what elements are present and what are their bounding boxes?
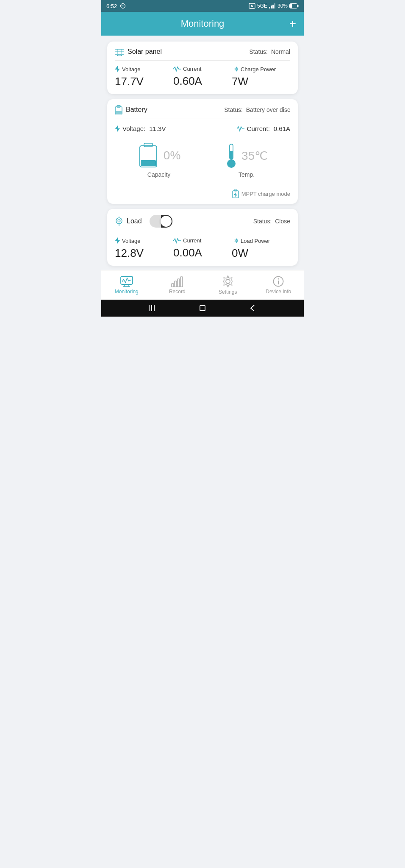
header-title: Monitoring <box>181 18 225 29</box>
solar-current-label: Current <box>173 66 201 72</box>
nav-settings[interactable]: Settings <box>202 270 253 300</box>
main-content: Solar panel Status: Normal Voltage 17.7V <box>101 36 304 270</box>
svg-rect-27 <box>141 160 156 166</box>
solar-title-row: Solar panel <box>115 47 162 56</box>
network-type: 5GE <box>257 3 267 9</box>
svg-marker-24 <box>115 125 120 132</box>
battery-stats-row: Voltage: 11.3V Current: 0.61A <box>107 119 298 136</box>
solar-voltage-label: Voltage <box>115 66 140 72</box>
load-voltage-label: Voltage <box>115 237 140 244</box>
solar-metrics: Voltage 17.7V Current 0.60A <box>107 61 298 94</box>
solar-power-label: Charge Power <box>232 66 276 72</box>
battery-card-header: Battery Status: Battery over disc <box>107 99 298 119</box>
settings-nav-label: Settings <box>219 289 237 295</box>
svg-rect-55 <box>200 306 205 311</box>
svg-marker-39 <box>115 237 120 244</box>
load-icon <box>115 217 123 226</box>
svg-rect-7 <box>271 6 272 8</box>
current-icon <box>173 66 181 72</box>
load-current-label: Current <box>173 237 201 244</box>
solar-current-value: 0.60A <box>173 75 202 88</box>
charge-mode-icon <box>232 189 239 198</box>
svg-point-3 <box>124 6 125 6</box>
recent-apps-icon[interactable] <box>147 303 156 314</box>
svg-rect-6 <box>269 7 270 8</box>
load-toggle[interactable] <box>150 215 172 228</box>
solar-status: Status: Normal <box>249 48 290 55</box>
svg-rect-30 <box>230 151 233 159</box>
solar-voltage-value: 17.7V <box>115 75 144 88</box>
svg-marker-20 <box>115 66 120 72</box>
load-metrics: Voltage 12.8V Current 0.00A <box>107 232 298 266</box>
svg-point-2 <box>122 6 123 6</box>
solar-voltage-item: Voltage 17.7V <box>115 66 173 88</box>
system-nav-bar <box>101 300 304 317</box>
temp-value: 35℃ <box>241 149 268 163</box>
monitoring-nav-label: Monitoring <box>115 289 139 295</box>
battery-title: Battery <box>126 106 147 114</box>
battery-current-icon <box>237 126 244 132</box>
home-icon[interactable] <box>198 303 207 313</box>
bottom-nav: Monitoring Record Settings Device Info <box>101 270 304 300</box>
svg-rect-11 <box>297 5 299 7</box>
svg-text:N: N <box>251 5 253 8</box>
svg-rect-23 <box>116 111 122 114</box>
settings-nav-icon <box>222 275 234 287</box>
svg-rect-9 <box>274 3 275 8</box>
battery-title-row: Battery <box>115 105 147 114</box>
device-info-nav-label: Device Info <box>266 289 291 295</box>
solar-power-value: 7W <box>232 75 248 88</box>
message-icon <box>119 3 127 8</box>
charge-mode-text: MPPT charge mode <box>241 191 290 197</box>
capacity-item: 0% Capacity <box>137 142 180 178</box>
load-current-icon <box>173 238 181 244</box>
battery-visual-row: 0% Capacity 35℃ Temp. <box>107 136 298 182</box>
load-voltage-icon <box>115 237 120 244</box>
svg-rect-44 <box>172 284 174 287</box>
toggle-knob <box>161 216 172 227</box>
record-nav-icon <box>171 276 183 287</box>
load-power-icon <box>232 237 239 244</box>
svg-rect-47 <box>180 277 183 287</box>
solar-card-header: Solar panel Status: Normal <box>107 42 298 60</box>
temp-label: Temp. <box>239 171 255 178</box>
svg-point-29 <box>227 159 236 168</box>
svg-marker-33 <box>234 192 237 197</box>
solar-title: Solar panel <box>128 48 162 56</box>
battery-card-icon <box>115 105 122 114</box>
monitoring-nav-icon <box>120 276 133 287</box>
battery-footer: MPPT charge mode <box>107 185 298 204</box>
capacity-label: Capacity <box>147 171 170 178</box>
load-power-item: Load Power 0W <box>232 237 290 260</box>
solar-panel-card: Solar panel Status: Normal Voltage 17.7V <box>107 42 298 94</box>
back-icon[interactable] <box>249 303 258 313</box>
load-card: Load Status: Close Voltage 12.8V <box>107 209 298 266</box>
nav-record[interactable]: Record <box>152 270 203 300</box>
svg-point-1 <box>122 6 122 6</box>
battery-capacity-icon <box>137 142 159 169</box>
nav-monitoring[interactable]: Monitoring <box>101 270 152 300</box>
battery-card: Battery Status: Battery over disc Voltag… <box>107 99 298 204</box>
signal-icon <box>269 3 276 8</box>
battery-status: Status: Battery over disc <box>224 106 290 113</box>
voltage-icon <box>115 66 120 72</box>
svg-point-48 <box>226 279 230 284</box>
battery-voltage-stat: Voltage: 11.3V <box>115 125 166 132</box>
device-info-nav-icon <box>273 276 284 287</box>
svg-point-51 <box>278 278 279 279</box>
capacity-value: 0% <box>164 149 180 162</box>
solar-current-item: Current 0.60A <box>173 66 232 88</box>
nfc-icon: N <box>249 3 255 9</box>
solar-panel-icon <box>115 47 124 56</box>
charge-power-icon <box>232 66 239 72</box>
app-header: Monitoring + <box>101 12 304 36</box>
load-voltage-item: Voltage 12.8V <box>115 237 173 260</box>
status-left: 6:52 <box>106 3 127 9</box>
svg-rect-40 <box>121 276 133 284</box>
nav-device-info[interactable]: Device Info <box>253 270 304 300</box>
svg-rect-12 <box>290 4 292 8</box>
add-button[interactable]: + <box>289 17 296 31</box>
load-power-value: 0W <box>232 247 248 260</box>
svg-rect-45 <box>175 281 177 287</box>
battery-current-stat: Current: 0.61A <box>237 125 290 132</box>
